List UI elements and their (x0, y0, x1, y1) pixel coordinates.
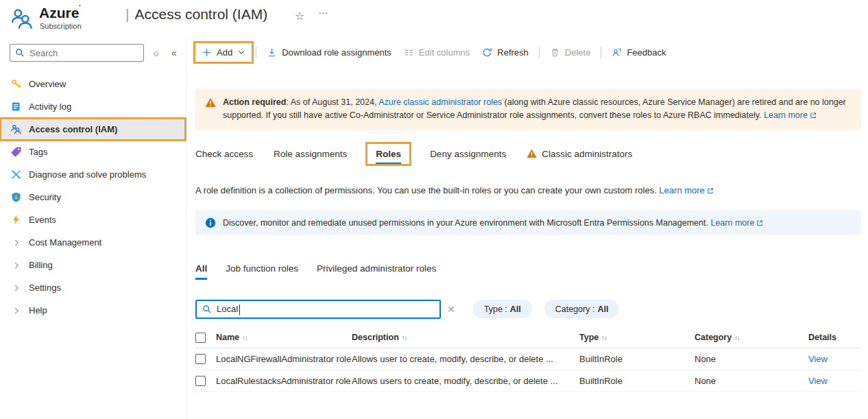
refresh-button[interactable]: Refresh (476, 43, 535, 62)
favorite-star-icon[interactable]: ☆ (295, 10, 304, 23)
sidebar-item-help[interactable]: Help (0, 299, 186, 322)
tab-check-access[interactable]: Check access (195, 149, 253, 164)
delete-button[interactable]: Delete (544, 43, 597, 62)
shield-lock-icon (10, 191, 22, 203)
subtab-label: Privileged administrator roles (317, 263, 436, 274)
chevron-right-icon (10, 283, 22, 293)
sidebar-item-billing[interactable]: Billing (0, 254, 186, 276)
info-icon (205, 217, 216, 228)
search-icon (202, 304, 212, 314)
collapse-sidebar-icon[interactable]: « (171, 47, 177, 58)
category-filter-pill[interactable]: Category :All (544, 300, 620, 318)
lightning-icon (10, 214, 22, 226)
sidebar-nav: Overview Activity log Access control ( (0, 73, 186, 322)
feedback-button-label: Feedback (627, 47, 666, 58)
header-description[interactable]: Description↑↓ (352, 333, 579, 342)
table-row: LocalNGFirewallAdministrator role Allows… (195, 348, 861, 370)
tab-roles[interactable]: Roles (376, 149, 401, 164)
toolbar-divider (539, 47, 540, 58)
warning-learn-more-link[interactable]: Learn more (764, 110, 817, 120)
roles-search-input[interactable] (217, 304, 434, 314)
command-bar: Add Download role assignments Edit colum… (195, 38, 861, 66)
select-all-checkbox[interactable] (195, 333, 206, 343)
type-filter-label: Type : (484, 304, 507, 314)
table-row: LocalRulestacksAdministrator role Allows… (195, 370, 861, 392)
tab-label: Role assignments (274, 149, 347, 159)
subtab-privileged-administrator-roles[interactable]: Privileged administrator roles (317, 263, 436, 280)
sort-arrows-icon: ↑↓ (734, 334, 740, 342)
role-type-cell: BuiltInRole (579, 376, 695, 386)
tab-label: Deny assignments (430, 149, 506, 159)
toolbar-divider (601, 47, 601, 58)
more-options-icon[interactable]: … (318, 4, 329, 16)
roles-search-box[interactable] (195, 300, 441, 319)
sidebar-item-access-control-iam[interactable]: Access control (IAM) (0, 118, 186, 141)
main-content: Add Download role assignments Edit colum… (186, 38, 868, 419)
role-category-cell: None (695, 354, 808, 364)
row-checkbox-cell (195, 354, 216, 364)
type-filter-pill[interactable]: Type :All (473, 300, 532, 318)
search-icon (15, 48, 25, 58)
role-name-cell: LocalRulestacksAdministrator role (216, 376, 352, 386)
refresh-button-label: Refresh (497, 47, 529, 58)
subtab-job-function-roles[interactable]: Job function roles (226, 263, 298, 280)
header-checkbox-cell (195, 333, 216, 343)
view-link[interactable]: View (808, 354, 828, 364)
header-name[interactable]: Name↑↓ (216, 333, 352, 342)
tab-classic-administrators[interactable]: Classic administrators (527, 149, 632, 164)
sidebar-search-box[interactable] (10, 44, 144, 62)
app-subtitle: Subscription (40, 22, 82, 30)
header-details: Details (808, 333, 861, 342)
warning-bold-text: Action required (223, 97, 286, 107)
row-checkbox[interactable] (195, 376, 206, 386)
sidebar-search-row: ◇ « (0, 38, 186, 67)
role-name-cell: LocalNGFirewallAdministrator role (216, 354, 352, 364)
sort-arrows-icon: ↑↓ (242, 334, 248, 342)
sidebar-item-settings[interactable]: Settings (0, 276, 186, 299)
trademark-mark: ' (79, 3, 80, 10)
download-role-assignments-button[interactable]: Download role assignments (261, 43, 398, 62)
access-control-people-icon (10, 6, 34, 31)
sidebar-item-label: Security (29, 192, 61, 202)
clear-search-icon[interactable]: ✕ (447, 304, 455, 315)
sidebar-item-events[interactable]: Events (0, 208, 186, 231)
sidebar-item-label: Activity log (29, 101, 71, 112)
tab-deny-assignments[interactable]: Deny assignments (430, 149, 506, 164)
sidebar-search-input[interactable] (29, 48, 138, 58)
sidebar-item-label: Diagnose and solve problems (29, 169, 146, 180)
row-checkbox-cell (195, 376, 216, 386)
sidebar-item-activity-log[interactable]: Activity log (0, 95, 186, 118)
sort-arrows-icon: ↑↓ (402, 334, 407, 342)
table-header-row: Name↑↓ Description↑↓ Type↑↓ Category↑↓ D… (195, 328, 861, 348)
type-filter-value: All (510, 304, 521, 314)
info-learn-more-link[interactable]: Learn more (710, 218, 763, 228)
role-category-cell: None (695, 376, 808, 386)
chevron-right-icon (10, 306, 22, 315)
sidebar-item-overview[interactable]: Overview (0, 73, 186, 95)
subtab-all[interactable]: All (195, 263, 207, 280)
external-link-icon (756, 219, 763, 226)
view-link[interactable]: View (808, 376, 828, 386)
edit-columns-icon (404, 47, 414, 58)
warning-triangle-icon (205, 97, 216, 123)
tab-role-assignments[interactable]: Role assignments (274, 149, 347, 164)
sidebar-item-diagnose[interactable]: Diagnose and solve problems (0, 163, 186, 186)
sidebar-item-label: Cost Management (29, 237, 101, 248)
add-button[interactable]: Add (195, 43, 252, 62)
header-category[interactable]: Category↑↓ (695, 333, 808, 342)
action-required-warning-banner: Action required: As of August 31, 2024, … (195, 88, 861, 130)
entra-permissions-info-banner: Discover, monitor and remediate unused p… (195, 211, 861, 235)
add-button-label: Add (217, 47, 232, 58)
feedback-button[interactable]: Feedback (605, 43, 672, 62)
sidebar-item-cost-management[interactable]: Cost Management (0, 231, 186, 254)
pin-icon[interactable]: ◇ (154, 49, 159, 57)
tag-icon (10, 146, 22, 158)
tab-label: Check access (195, 149, 253, 159)
classic-admin-roles-link[interactable]: Azure classic administrator roles (378, 97, 502, 107)
row-checkbox[interactable] (195, 354, 206, 364)
header-type[interactable]: Type↑↓ (579, 333, 695, 342)
edit-columns-button[interactable]: Edit columns (398, 43, 476, 62)
description-learn-more-link[interactable]: Learn more (659, 185, 713, 195)
sidebar-item-security[interactable]: Security (0, 186, 186, 208)
sidebar-item-tags[interactable]: Tags (0, 141, 186, 163)
